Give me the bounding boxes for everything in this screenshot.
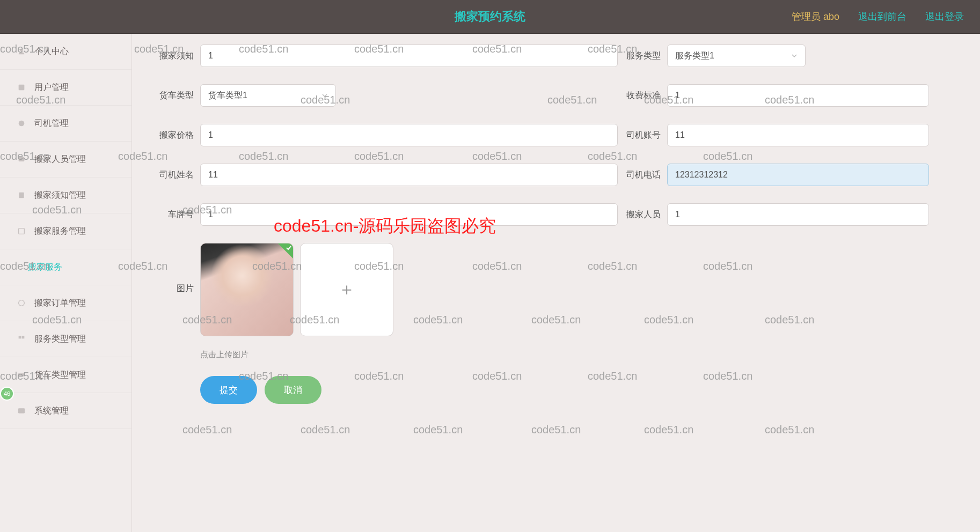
sidebar-item-truck-type[interactable]: 货车类型管理 bbox=[0, 357, 131, 393]
sidebar: 个人中心 用户管理 司机管理 搬家人员管理 搬家须知管理 搬家服务管理 搬家服务… bbox=[0, 34, 132, 532]
fee-label: 收费标准 bbox=[618, 90, 661, 101]
select-value: 货车类型1 bbox=[208, 90, 247, 101]
sidebar-item-profile[interactable]: 个人中心 bbox=[0, 34, 131, 70]
sidebar-item-label: 用户管理 bbox=[34, 82, 69, 93]
users-icon bbox=[16, 82, 27, 93]
driver-name-input[interactable] bbox=[200, 164, 618, 186]
plus-icon: ＋ bbox=[338, 278, 355, 301]
link-logout[interactable]: 退出登录 bbox=[925, 10, 964, 23]
uploaded-image[interactable] bbox=[200, 243, 294, 336]
avatar-image bbox=[201, 243, 293, 336]
chevron-down-icon bbox=[321, 92, 328, 99]
driver-phone-input[interactable] bbox=[667, 164, 929, 186]
sidebar-item-orders[interactable]: 搬家订单管理 bbox=[0, 285, 131, 321]
admin-label[interactable]: 管理员 abo bbox=[792, 10, 839, 23]
service-type-select[interactable]: 服务类型1 bbox=[667, 45, 806, 67]
sidebar-item-service[interactable]: 搬家服务 bbox=[0, 249, 131, 285]
plate-label: 车牌号 bbox=[151, 209, 194, 220]
sidebar-item-service-mgmt[interactable]: 搬家服务管理 bbox=[0, 213, 131, 249]
svg-rect-3 bbox=[19, 157, 25, 161]
svg-rect-1 bbox=[19, 85, 25, 91]
cancel-button[interactable]: 取消 bbox=[265, 376, 321, 404]
notice-icon bbox=[16, 190, 27, 201]
upload-hint: 点击上传图片 bbox=[200, 350, 969, 360]
header: 搬家预约系统 管理员 abo 退出到前台 退出登录 bbox=[0, 0, 980, 34]
sidebar-item-label: 服务类型管理 bbox=[34, 334, 86, 345]
sidebar-item-label: 系统管理 bbox=[34, 405, 69, 417]
svg-rect-9 bbox=[18, 373, 25, 376]
sidebar-item-service-type[interactable]: 服务类型管理 bbox=[0, 321, 131, 357]
driver-name-label: 司机姓名 bbox=[151, 169, 194, 181]
svg-rect-8 bbox=[22, 336, 25, 339]
fee-input[interactable] bbox=[667, 84, 929, 107]
service-icon bbox=[16, 226, 27, 237]
staff-label: 搬家人员 bbox=[618, 209, 661, 220]
driver-account-input[interactable] bbox=[667, 124, 929, 146]
sidebar-item-system[interactable]: 系统管理 bbox=[0, 393, 131, 429]
plate-input[interactable] bbox=[200, 203, 618, 226]
submit-button[interactable]: 提交 bbox=[200, 376, 257, 404]
driver-icon bbox=[16, 118, 27, 129]
truck-type-select[interactable]: 货车类型1 bbox=[200, 84, 336, 107]
select-value: 服务类型1 bbox=[675, 50, 714, 62]
svg-rect-5 bbox=[19, 228, 25, 234]
sidebar-item-staff[interactable]: 搬家人员管理 bbox=[0, 142, 131, 178]
sidebar-item-label: 搬家服务 bbox=[28, 262, 62, 273]
sidebar-item-label: 搬家订单管理 bbox=[34, 298, 86, 309]
header-right: 管理员 abo 退出到前台 退出登录 bbox=[792, 10, 964, 23]
system-icon bbox=[16, 405, 27, 416]
notice-input[interactable] bbox=[200, 45, 618, 67]
driver-account-label: 司机账号 bbox=[618, 130, 661, 141]
type-icon bbox=[16, 334, 27, 344]
price-label: 搬家价格 bbox=[151, 130, 194, 141]
form-content: 搬家须知 服务类型 服务类型1 货车类型 货车类型1 收费 bbox=[132, 34, 980, 532]
service-type-label: 服务类型 bbox=[618, 50, 661, 62]
driver-phone-label: 司机电话 bbox=[618, 169, 661, 181]
truck-icon bbox=[16, 370, 27, 380]
sidebar-item-label: 个人中心 bbox=[34, 46, 69, 57]
sidebar-item-label: 搬家服务管理 bbox=[34, 226, 86, 237]
sidebar-item-label: 货车类型管理 bbox=[34, 370, 86, 381]
sidebar-item-label: 搬家人员管理 bbox=[34, 154, 86, 165]
notice-label: 搬家须知 bbox=[151, 50, 194, 62]
svg-rect-10 bbox=[18, 408, 25, 413]
image-upload-button[interactable]: ＋ bbox=[300, 243, 393, 336]
user-icon bbox=[16, 46, 27, 57]
sidebar-item-notice[interactable]: 搬家须知管理 bbox=[0, 178, 131, 213]
price-input[interactable] bbox=[200, 124, 618, 146]
sidebar-item-label: 司机管理 bbox=[34, 118, 69, 129]
image-label: 图片 bbox=[151, 283, 194, 294]
svg-rect-7 bbox=[19, 336, 21, 339]
svg-point-0 bbox=[20, 49, 23, 51]
staff-input[interactable] bbox=[667, 203, 929, 226]
staff-icon bbox=[16, 154, 27, 165]
svg-point-6 bbox=[19, 300, 25, 306]
badge: 46 bbox=[0, 387, 14, 401]
sidebar-item-drivers[interactable]: 司机管理 bbox=[0, 106, 131, 142]
svg-point-2 bbox=[19, 121, 25, 127]
truck-type-label: 货车类型 bbox=[151, 90, 194, 101]
chevron-down-icon bbox=[791, 53, 798, 59]
app-title: 搬家预约系统 bbox=[455, 9, 525, 25]
order-icon bbox=[16, 298, 27, 308]
sidebar-item-users[interactable]: 用户管理 bbox=[0, 70, 131, 106]
sidebar-item-label: 搬家须知管理 bbox=[34, 190, 86, 201]
link-to-front[interactable]: 退出到前台 bbox=[858, 10, 906, 23]
svg-rect-4 bbox=[19, 193, 24, 198]
